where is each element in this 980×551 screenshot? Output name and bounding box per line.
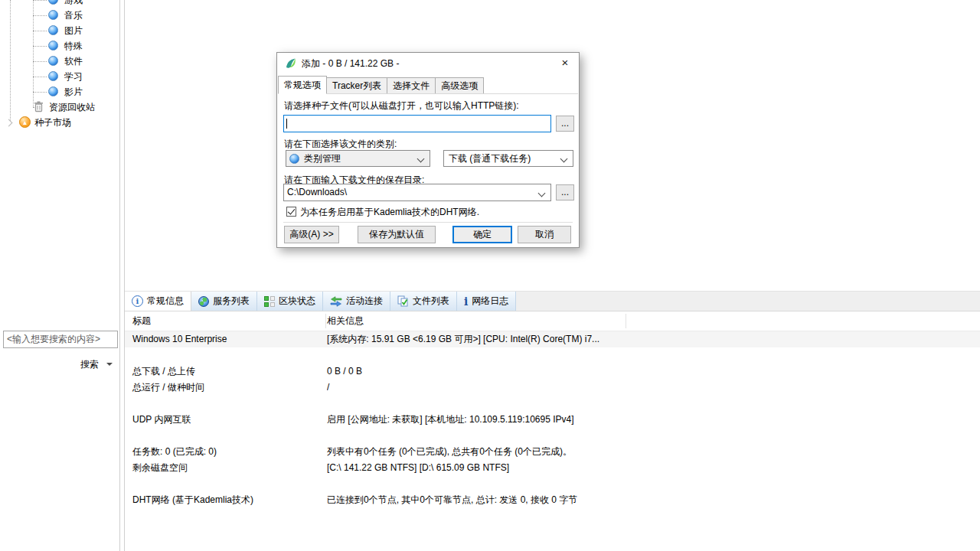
dht-checkbox[interactable] <box>286 207 296 217</box>
sidebar-item-recycle[interactable]: 资源回收站 <box>0 99 119 115</box>
tab-piece-status[interactable]: 区块状态 <box>257 292 323 311</box>
info-table-header: 标题 相关信息 <box>125 311 980 331</box>
sidebar-item-movies[interactable]: 影片 <box>0 84 119 99</box>
sidebar-item-label: 影片 <box>64 84 83 99</box>
table-row[interactable]: DHT网络 (基于Kademlia技术) 已连接到0个节点, 其中0个可靠节点,… <box>125 492 980 508</box>
globe-icon <box>198 296 209 307</box>
category-label: 请在下面选择该文件的类别: <box>284 138 397 151</box>
expander-chevron-icon[interactable] <box>5 119 13 127</box>
column-header-title[interactable]: 标题 <box>132 311 151 331</box>
tab-label: 服务列表 <box>213 295 250 308</box>
market-globe-icon: ▲ <box>19 116 31 128</box>
table-row[interactable]: 总下载 / 总上传 0 B / 0 B <box>125 364 980 380</box>
column-header-info[interactable]: 相关信息 <box>327 311 364 331</box>
category-ball-icon <box>48 86 58 96</box>
tab-file-list[interactable]: 文件列表 <box>390 292 457 311</box>
chevron-down-icon[interactable] <box>417 155 425 163</box>
advanced-button[interactable]: 高级(A) >> <box>284 226 339 243</box>
browse-dir-button[interactable]: ... <box>556 184 574 201</box>
tab-tracker-list[interactable]: Tracker列表 <box>327 77 387 94</box>
sidebar-item-label: 图片 <box>64 23 83 38</box>
blocks-icon <box>264 296 275 307</box>
app-window: 游戏 音乐 图片 特殊 软件 <box>0 0 980 551</box>
sidebar-item-label: 音乐 <box>64 8 83 23</box>
tab-general-info[interactable]: i 常规信息 <box>125 292 191 311</box>
task-type-value: 下载 (普通下载任务) <box>449 151 531 166</box>
row-title: 总下载 / 总上传 <box>132 364 195 380</box>
browse-torrent-button[interactable]: ... <box>556 116 574 132</box>
swap-arrows-icon <box>330 296 342 307</box>
row-title: DHT网络 (基于Kademlia技术) <box>132 492 253 508</box>
table-row[interactable]: UDP 内网互联 启用 [公网地址: 未获取] [本机地址: 10.109.5.… <box>125 412 980 428</box>
row-info: 0 B / 0 B <box>327 364 975 380</box>
task-type-select[interactable]: 下载 (普通下载任务) <box>443 150 573 167</box>
category-ball-icon <box>48 0 58 5</box>
column-divider[interactable] <box>325 314 326 328</box>
sidebar-item-pictures[interactable]: 图片 <box>0 23 119 38</box>
sidebar: 游戏 音乐 图片 特殊 软件 <box>0 0 119 551</box>
checkmark-icon <box>288 207 296 214</box>
tab-service-list[interactable]: 服务列表 <box>191 292 257 311</box>
sidebar-item-label: 特殊 <box>64 38 83 54</box>
tab-advanced-options[interactable]: 高级选项 <box>436 77 484 94</box>
dialog-titlebar: 添加 - 0 B / 141.22 GB - × <box>277 53 579 74</box>
favorites-tree: 游戏 音乐 图片 特殊 软件 <box>0 0 119 291</box>
tab-label: 网络日志 <box>472 295 508 308</box>
torrent-file-label: 请选择种子文件(可以从磁盘打开，也可以输入HTTP链接): <box>284 99 519 112</box>
column-divider[interactable] <box>626 314 626 328</box>
sidebar-item-music[interactable]: 音乐 <box>0 8 119 23</box>
category-manager-icon <box>289 154 299 164</box>
text-caret <box>286 119 287 129</box>
dialog-title: 添加 - 0 B / 141.22 GB - <box>302 53 399 74</box>
bitcomet-logo-icon <box>285 57 297 70</box>
sidebar-item-label: 资源回收站 <box>49 99 95 115</box>
tab-general-options[interactable]: 常规选项 <box>278 76 327 94</box>
sidebar-item-software[interactable]: 软件 <box>0 54 119 69</box>
info-tabbar: i 常规信息 服务列表 区块状态 活动连接 文件列表 <box>125 291 980 311</box>
search-placeholder: <输入想要搜索的内容> <box>7 334 100 344</box>
row-info: 列表中有0个任务 (0个已完成), 总共有0个任务 (0个已完成)。 <box>327 444 975 460</box>
info-circle-icon: i <box>132 295 143 307</box>
category-ball-icon <box>48 56 58 66</box>
table-row[interactable]: 总运行 / 做种时间 / <box>125 380 980 396</box>
cancel-button[interactable]: 取消 <box>518 226 571 243</box>
table-row[interactable]: 任务数: 0 (已完成: 0) 列表中有0个任务 (0个已完成), 总共有0个任… <box>125 444 980 460</box>
ok-button[interactable]: 确定 <box>452 226 512 243</box>
trash-icon <box>34 101 44 112</box>
sidebar-item-market[interactable]: ▲ 种子市场 <box>0 115 119 130</box>
category-ball-icon <box>48 25 58 35</box>
category-select-value: 类别管理 <box>304 151 341 166</box>
save-default-button[interactable]: 保存为默认值 <box>358 226 436 243</box>
torrent-file-input[interactable] <box>283 115 551 132</box>
row-info: / <box>327 380 975 396</box>
category-select[interactable]: 类别管理 <box>286 150 430 167</box>
search-button[interactable]: 搜索 <box>0 357 120 372</box>
row-title: Windows 10 Enterprise <box>132 331 227 347</box>
save-dir-combo[interactable]: C:\Downloads\ <box>283 184 551 201</box>
search-input[interactable]: <输入想要搜索的内容> <box>3 331 118 348</box>
tab-active-connections[interactable]: 活动连接 <box>323 292 390 311</box>
category-ball-icon <box>48 41 58 51</box>
close-icon[interactable]: × <box>551 53 579 73</box>
sidebar-item-label: 游戏 <box>64 0 83 8</box>
row-info: [系统内存: 15.91 GB <6.19 GB 可用>] [CPU: Inte… <box>327 331 975 347</box>
chevron-down-icon[interactable] <box>560 155 568 163</box>
sidebar-item-special[interactable]: 特殊 <box>0 38 119 54</box>
sidebar-item-label: 学习 <box>64 69 83 84</box>
row-title: 总运行 / 做种时间 <box>132 380 204 396</box>
tab-label: 常规信息 <box>147 295 184 308</box>
tab-select-files[interactable]: 选择文件 <box>387 77 436 94</box>
chevron-down-icon[interactable] <box>538 190 546 197</box>
row-title: UDP 内网互联 <box>132 412 191 428</box>
row-info: 已连接到0个节点, 其中0个可靠节点, 总计: 发送 0, 接收 0 字节 <box>327 492 975 508</box>
info-table: Windows 10 Enterprise [系统内存: 15.91 GB <6… <box>125 331 980 515</box>
table-row[interactable]: Windows 10 Enterprise [系统内存: 15.91 GB <6… <box>125 331 980 347</box>
tab-network-log[interactable]: i 网络日志 <box>457 292 516 311</box>
table-row[interactable]: 剩余磁盘空间 [C:\ 141.22 GB NTFS] [D:\ 615.09 … <box>125 460 980 476</box>
tab-label: 活动连接 <box>346 295 383 308</box>
search-dropdown-icon[interactable] <box>106 363 113 366</box>
blue-i-icon: i <box>464 296 468 307</box>
sidebar-item-games[interactable]: 游戏 <box>0 0 119 8</box>
sidebar-item-study[interactable]: 学习 <box>0 69 119 84</box>
dht-checkbox-label: 为本任务启用基于Kademlia技术的DHT网络. <box>300 206 479 219</box>
